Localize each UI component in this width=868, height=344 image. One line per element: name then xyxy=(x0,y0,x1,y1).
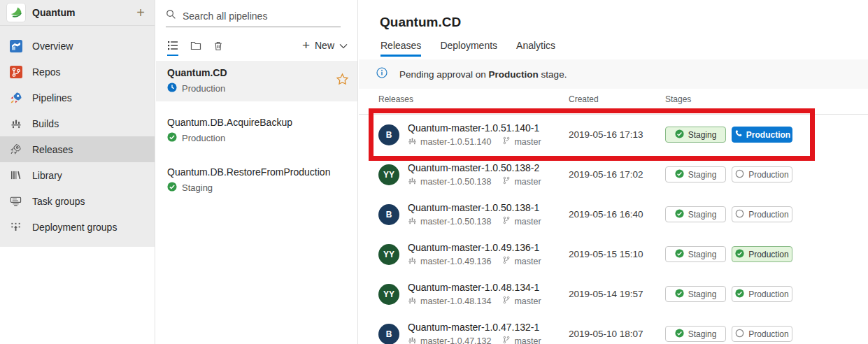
release-row[interactable]: YY Quantum-master-1.0.48.134-1 master-1.… xyxy=(359,274,868,314)
project-logo-icon xyxy=(7,3,25,22)
stage-badge-production[interactable]: Production xyxy=(732,206,792,222)
page-title: Quantum.CD xyxy=(359,0,868,30)
branch-name[interactable]: master xyxy=(514,177,541,187)
branch-name[interactable]: master xyxy=(514,217,541,227)
stage-badge-staging[interactable]: Staging xyxy=(665,326,726,342)
release-row[interactable]: B Quantum-master-1.0.50.138-1 master-1.0… xyxy=(359,194,868,234)
pipelines-icon xyxy=(9,92,22,104)
deployment-groups-icon xyxy=(9,222,22,232)
delete-icon[interactable] xyxy=(213,41,223,51)
build-icon xyxy=(408,176,417,187)
sidebar-item-releases[interactable]: Releases xyxy=(0,136,155,162)
pipeline-item-quantum-cd[interactable]: Quantum.CD Production xyxy=(156,61,357,101)
release-name[interactable]: Quantum-master-1.0.50.138-1 xyxy=(408,202,560,213)
add-project-button[interactable]: + xyxy=(136,6,145,20)
release-row[interactable]: B Quantum-master-1.0.51.140-1 master-1.0… xyxy=(359,115,868,155)
build-artifact[interactable]: master-1.0.51.140 xyxy=(420,137,491,147)
stage-badge-production[interactable]: Production xyxy=(732,246,792,262)
avatar: YY xyxy=(378,244,399,265)
succeeded-icon xyxy=(675,329,684,340)
branch-name[interactable]: master xyxy=(514,137,541,147)
release-row[interactable]: YY Quantum-master-1.0.49.136-1 master-1.… xyxy=(359,234,868,274)
release-name[interactable]: Quantum-master-1.0.49.136-1 xyxy=(408,242,560,253)
sidebar-item-label: Library xyxy=(32,170,62,181)
pending-approval-icon xyxy=(734,129,742,140)
branch-name[interactable]: master xyxy=(514,257,541,266)
tab-deployments[interactable]: Deployments xyxy=(440,40,497,57)
release-name[interactable]: Quantum-master-1.0.48.134-1 xyxy=(408,282,560,293)
pipeline-item-acquirebackup[interactable]: Quantum.DB.AcquireBackup Production xyxy=(156,110,357,151)
tab-releases[interactable]: Releases xyxy=(380,40,421,57)
release-row[interactable]: B Quantum-master-1.0.47.132-1 master-1.0… xyxy=(359,314,868,344)
pipeline-name: Quantum.DB.AcquireBackup xyxy=(167,117,349,128)
repos-icon xyxy=(9,66,22,78)
build-artifact[interactable]: master-1.0.47.132 xyxy=(420,336,491,344)
project-header: Quantum + xyxy=(0,0,155,26)
project-sidebar: Quantum + Overview Repos Pipelines xyxy=(0,0,155,344)
build-icon xyxy=(408,336,417,344)
list-view-icon[interactable] xyxy=(167,40,178,56)
pipeline-search xyxy=(166,9,341,27)
tab-analytics[interactable]: Analytics xyxy=(516,40,555,57)
sidebar-item-label: Pipelines xyxy=(32,92,72,103)
stage-badge-staging[interactable]: Staging xyxy=(665,127,726,143)
created-date: 2019-05-14 19:57 xyxy=(560,289,665,299)
stage-badge-production[interactable]: Production xyxy=(732,127,792,143)
library-icon xyxy=(9,170,22,180)
stage-badge-production[interactable]: Production xyxy=(732,286,792,302)
info-icon xyxy=(376,67,387,81)
release-name[interactable]: Quantum-master-1.0.51.140-1 xyxy=(408,122,560,134)
sidebar-item-overview[interactable]: Overview xyxy=(0,33,155,59)
avatar: B xyxy=(378,124,399,145)
stage-badge-staging[interactable]: Staging xyxy=(665,246,726,262)
succeeded-icon xyxy=(675,129,684,141)
succeeded-icon xyxy=(167,182,177,194)
build-artifact[interactable]: master-1.0.50.138 xyxy=(420,177,491,187)
pipelines-toolbar: + New xyxy=(156,38,357,53)
succeeded-icon xyxy=(735,289,744,300)
release-row[interactable]: YY Quantum-master-1.0.50.138-2 master-1.… xyxy=(359,155,868,194)
sidebar-item-label: Repos xyxy=(32,66,60,78)
main-content: Quantum.CD Releases Deployments Analytic… xyxy=(359,0,868,344)
stage-badge-staging[interactable]: Staging xyxy=(665,286,726,302)
pipeline-name: Quantum.DB.RestoreFromProduction xyxy=(167,166,349,178)
favorite-star-icon[interactable] xyxy=(336,73,349,89)
not-deployed-icon xyxy=(735,209,744,220)
sidebar-item-label: Overview xyxy=(32,41,73,52)
stage-badge-staging[interactable]: Staging xyxy=(665,206,726,222)
sidebar-item-pipelines[interactable]: Pipelines xyxy=(0,85,155,110)
sidebar-item-builds[interactable]: Builds xyxy=(0,110,155,136)
build-artifact[interactable]: master-1.0.50.138 xyxy=(420,217,491,227)
succeeded-icon xyxy=(735,249,744,260)
avatar: B xyxy=(378,324,399,344)
stage-badge-production[interactable]: Production xyxy=(732,326,792,342)
pipeline-item-restorefromproduction[interactable]: Quantum.DB.RestoreFromProduction Staging xyxy=(156,160,357,201)
sidebar-item-label: Releases xyxy=(32,144,73,155)
build-artifact[interactable]: master-1.0.49.136 xyxy=(420,257,491,266)
new-pipeline-button[interactable]: + New xyxy=(302,38,348,53)
build-artifact[interactable]: master-1.0.48.134 xyxy=(420,296,491,306)
pending-approval-banner: Pending approval on Production stage. xyxy=(359,59,868,89)
branch-name[interactable]: master xyxy=(514,336,541,344)
app-window: Quantum + Overview Repos Pipelines xyxy=(0,0,868,344)
sidebar-item-deployment-groups[interactable]: Deployment groups xyxy=(0,214,155,240)
branch-name[interactable]: master xyxy=(514,296,541,306)
sidebar-nav: Overview Repos Pipelines Builds Releases xyxy=(0,26,155,240)
release-name[interactable]: Quantum-master-1.0.47.132-1 xyxy=(408,322,560,333)
search-input[interactable] xyxy=(183,10,341,22)
build-icon xyxy=(408,296,417,307)
build-icon xyxy=(408,256,417,267)
release-name[interactable]: Quantum-master-1.0.50.138-2 xyxy=(408,162,560,173)
not-deployed-icon xyxy=(735,329,744,340)
sidebar-item-library[interactable]: Library xyxy=(0,162,155,188)
avatar: B xyxy=(378,204,399,225)
sidebar-item-task-groups[interactable]: Task groups xyxy=(0,188,155,214)
pipeline-name: Quantum.CD xyxy=(167,67,336,78)
folder-view-icon[interactable] xyxy=(190,40,201,51)
stage-badge-staging[interactable]: Staging xyxy=(665,166,726,182)
sidebar-item-repos[interactable]: Repos xyxy=(0,59,155,85)
stage-badge-production[interactable]: Production xyxy=(732,166,792,182)
succeeded-icon xyxy=(167,132,177,144)
tab-bar: Releases Deployments Analytics xyxy=(380,40,868,57)
pipeline-stage-label: Production xyxy=(182,133,225,143)
